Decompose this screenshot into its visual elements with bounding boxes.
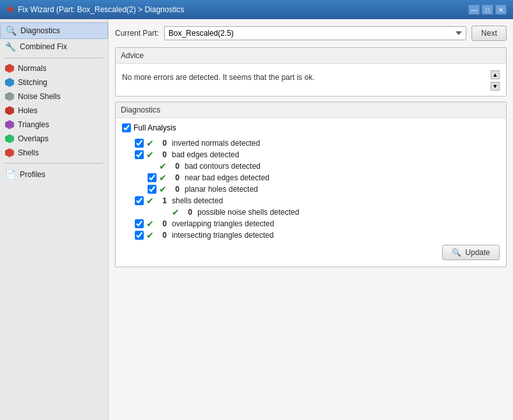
sidebar-noise-shells-label: Noise Shells: [18, 92, 61, 101]
diag-label-inverted-normals: inverted normals detected: [172, 139, 260, 148]
sidebar-stitching-label: Stitching: [18, 78, 47, 87]
sidebar-holes-label: Holes: [18, 106, 38, 115]
sidebar-shells-label: Shells: [18, 148, 39, 157]
advice-scroll-up[interactable]: ▲: [491, 70, 500, 79]
close-button[interactable]: ✕: [495, 4, 507, 15]
sidebar-item-combined-fix[interactable]: 🔧 Combined Fix: [0, 39, 108, 54]
advice-panel-title: Advice: [116, 48, 506, 64]
diag-row-shells: ✔ 1 shells detected: [122, 195, 500, 206]
diag-row-planar-holes: ✔ 0 planar holes detected: [122, 183, 500, 195]
diag-checkbox-near-bad-edges[interactable]: [148, 173, 157, 182]
sidebar-triangles-label: Triangles: [18, 120, 49, 129]
advice-panel: Advice No more errors are detected. It s…: [115, 47, 507, 97]
title-bar: ✚ Fix Wizard (Part: Box_Rescaled(2) > Di…: [0, 0, 513, 19]
sidebar-item-holes[interactable]: Holes: [0, 104, 108, 118]
sidebar-normals-label: Normals: [18, 64, 47, 73]
diag-row-intersecting-triangles: ✔ 0 intersecting triangles detected: [122, 229, 500, 241]
diag-checkbox-planar-holes[interactable]: [148, 185, 157, 194]
current-part-label: Current Part:: [115, 29, 159, 38]
diag-label-overlapping-triangles: overlapping triangles detected: [172, 219, 274, 228]
diag-label-near-bad-edges: near bad edges detected: [185, 173, 270, 182]
sidebar-item-overlaps[interactable]: Overlaps: [0, 132, 108, 146]
check-icon-shells: ✔: [146, 196, 154, 205]
sidebar-item-stitching[interactable]: Stitching: [0, 75, 108, 89]
holes-icon: [5, 106, 14, 115]
main-content: Current Part: Box_Rescaled(2.5) Next Adv…: [109, 19, 513, 420]
update-label: Update: [465, 248, 490, 257]
diag-label-intersecting-triangles: intersecting triangles detected: [172, 231, 273, 240]
full-analysis-label: Full Analysis: [134, 123, 176, 132]
diag-num-bad-contours: 0: [169, 162, 180, 171]
full-analysis-checkbox[interactable]: [122, 123, 131, 132]
overlaps-icon: [5, 134, 14, 143]
diagnostics-panel: Diagnostics Full Analysis ✔ 0 inverted n…: [115, 102, 507, 267]
update-search-icon: 🔍: [452, 248, 461, 257]
check-icon-overlapping-triangles: ✔: [146, 219, 154, 228]
diag-num-planar-holes: 0: [169, 185, 180, 194]
sidebar-divider-2: [5, 163, 103, 164]
diag-row-near-bad-edges: ✔ 0 near bad edges detected: [122, 172, 500, 183]
sidebar-item-noise-shells[interactable]: Noise Shells: [0, 89, 108, 104]
diag-label-shells: shells detected: [172, 196, 223, 205]
sidebar-item-shells[interactable]: Shells: [0, 146, 108, 160]
check-icon-bad-contours: ✔: [159, 162, 167, 171]
diag-checkbox-overlapping-triangles[interactable]: [135, 219, 144, 228]
shells-icon: [5, 148, 14, 157]
diagnostics-icon: 🔍: [6, 26, 17, 36]
profiles-icon: 📄: [5, 169, 16, 180]
diag-checkbox-inverted-normals[interactable]: [135, 139, 144, 148]
current-part-select[interactable]: Box_Rescaled(2.5): [164, 26, 467, 40]
normals-icon: [5, 64, 14, 73]
minimize-button[interactable]: —: [468, 4, 480, 15]
check-icon-bad-edges: ✔: [146, 150, 154, 159]
sidebar-item-normals[interactable]: Normals: [0, 61, 108, 75]
title-bar-title: Fix Wizard (Part: Box_Rescaled(2) > Diag…: [18, 5, 184, 14]
sidebar-divider-1: [5, 58, 103, 58]
diag-label-possible-noise-shells: possible noise shells detected: [197, 208, 299, 217]
sidebar-profiles-label: Profiles: [20, 170, 45, 179]
diagnostics-panel-title: Diagnostics: [116, 102, 506, 118]
diag-num-overlapping-triangles: 0: [157, 219, 167, 228]
check-icon-inverted-normals: ✔: [146, 139, 154, 148]
diag-checkbox-intersecting-triangles[interactable]: [135, 231, 144, 240]
advice-scroll-down[interactable]: ▼: [491, 82, 500, 91]
diag-row-overlapping-triangles: ✔ 0 overlapping triangles detected: [122, 218, 500, 229]
check-icon-intersecting-triangles: ✔: [146, 231, 154, 240]
sidebar-item-triangles[interactable]: Triangles: [0, 118, 108, 132]
noise-shells-icon: [5, 92, 14, 101]
restore-button[interactable]: □: [482, 4, 493, 15]
diag-label-bad-edges: bad edges detected: [172, 150, 239, 159]
diag-row-possible-noise-shells: ✔ 0 possible noise shells detected: [122, 206, 500, 218]
advice-text: No more errors are detected. It seems th…: [122, 69, 487, 86]
sidebar: 🔍 Diagnostics 🔧 Combined Fix Normals Sti…: [0, 19, 109, 420]
diag-checkbox-bad-edges[interactable]: [135, 150, 144, 159]
update-row: 🔍 Update: [122, 241, 500, 261]
stitching-icon: [5, 78, 14, 87]
title-bar-cross-icon: ✚: [6, 4, 14, 15]
update-button[interactable]: 🔍 Update: [442, 245, 500, 260]
diag-row-inverted-normals: ✔ 0 inverted normals detected: [122, 137, 500, 149]
check-icon-planar-holes: ✔: [159, 185, 167, 194]
sidebar-overlaps-label: Overlaps: [18, 134, 49, 143]
sidebar-combined-fix-label: Combined Fix: [20, 42, 67, 51]
check-icon-near-bad-edges: ✔: [159, 173, 167, 182]
diag-num-bad-edges: 0: [157, 150, 167, 159]
diag-label-planar-holes: planar holes detected: [185, 185, 258, 194]
diag-label-bad-contours: bad contours detected: [185, 162, 261, 171]
diag-num-inverted-normals: 0: [157, 139, 167, 148]
diag-num-shells: 1: [157, 196, 167, 205]
full-analysis-row: Full Analysis: [122, 123, 500, 132]
current-part-row: Current Part: Box_Rescaled(2.5) Next: [115, 26, 507, 41]
diag-num-near-bad-edges: 0: [169, 173, 180, 182]
diag-row-bad-contours: ✔ 0 bad contours detected: [122, 160, 500, 172]
diag-checkbox-shells[interactable]: [135, 196, 144, 205]
sidebar-diagnostics-label: Diagnostics: [20, 26, 60, 35]
diag-num-possible-noise-shells: 0: [182, 208, 192, 217]
diag-num-intersecting-triangles: 0: [157, 231, 167, 240]
check-icon-possible-noise-shells: ✔: [172, 208, 180, 217]
combined-fix-icon: 🔧: [5, 42, 16, 52]
sidebar-item-profiles[interactable]: 📄 Profiles: [0, 167, 108, 182]
diag-row-bad-edges: ✔ 0 bad edges detected: [122, 149, 500, 160]
next-button[interactable]: Next: [471, 26, 507, 41]
sidebar-item-diagnostics[interactable]: 🔍 Diagnostics: [0, 22, 108, 39]
